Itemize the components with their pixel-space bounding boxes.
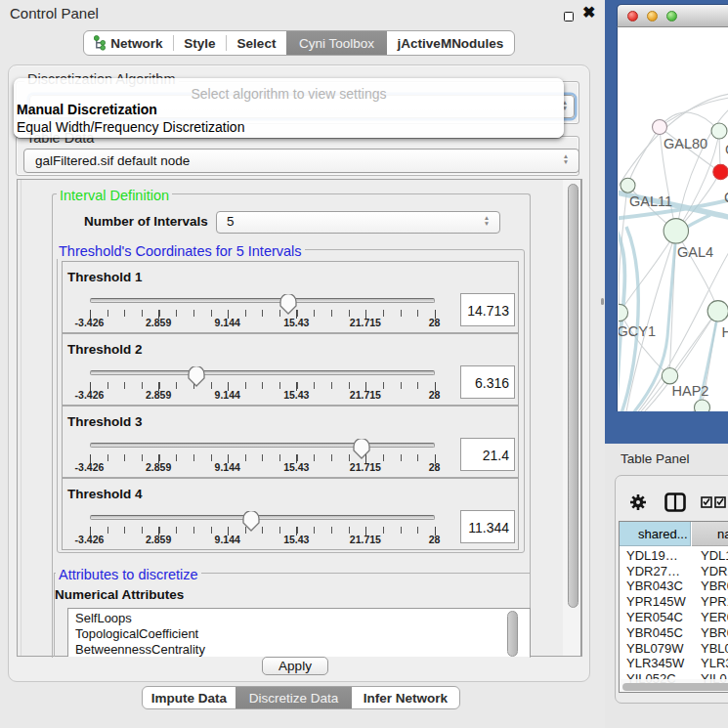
svg-text:GAL4: GAL4	[677, 244, 713, 260]
svg-text:CD: CD	[724, 190, 728, 205]
svg-text:HAP2: HAP2	[672, 383, 709, 399]
svg-text:GCY1: GCY1	[619, 323, 656, 339]
svg-text:GAL80: GAL80	[664, 136, 707, 151]
svg-text:HA: HA	[722, 324, 728, 340]
svg-text:GAL11: GAL11	[629, 193, 672, 209]
